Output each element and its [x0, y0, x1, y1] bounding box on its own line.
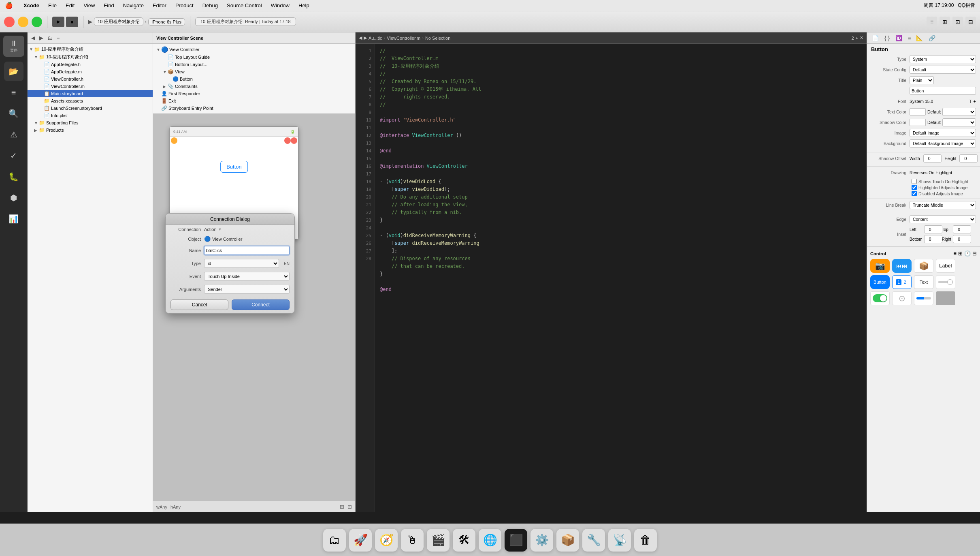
assistant-toggle[interactable]: ⊡ — [952, 17, 963, 27]
insp-connect-icon[interactable]: 🔗 — [927, 34, 937, 42]
dock-broadcast[interactable]: 📡 — [608, 529, 631, 552]
nav-breakpoints[interactable]: ⬢ — [4, 188, 23, 207]
editor-add[interactable]: + — [856, 36, 858, 41]
dock-safari[interactable]: 🧭 — [375, 529, 398, 552]
menu-window[interactable]: Window — [269, 2, 291, 9]
maximize-button[interactable] — [32, 17, 42, 27]
insp-identity-icon[interactable]: 🆔 — [894, 34, 904, 42]
menu-navigate[interactable]: Navigate — [121, 2, 145, 9]
menu-debug[interactable]: Debug — [201, 2, 219, 9]
line-break-select[interactable]: Truncate Middle — [910, 201, 976, 209]
disabled-checkbox[interactable] — [912, 191, 917, 196]
palette-grid-icon[interactable]: ⊞ — [958, 250, 963, 257]
text-color-box[interactable] — [910, 108, 926, 115]
menu-product[interactable]: Product — [174, 2, 195, 9]
dock-terminal[interactable]: ⬛ — [505, 529, 527, 552]
palette-segmented[interactable]: 1 2 — [892, 275, 912, 289]
scheme-selector[interactable]: 10-应用程序对象介绍 — [94, 17, 143, 26]
palette-clock-icon[interactable]: 🕐 — [964, 250, 971, 257]
tree-item-subfolder[interactable]: ▼ 📁 10-应用程序对象介绍 — [28, 53, 153, 61]
shadow-color-select[interactable] — [942, 118, 976, 126]
scene-item-view[interactable]: ▼ 📦 View — [153, 68, 355, 75]
palette-switch-slider[interactable] — [936, 275, 955, 289]
insp-file-icon[interactable]: 📄 — [870, 34, 880, 42]
debug-toggle[interactable]: ⊞ — [940, 17, 950, 27]
type-select[interactable]: System — [910, 55, 976, 63]
menu-edit[interactable]: Edit — [64, 2, 76, 9]
dock-media[interactable]: 🎬 — [427, 529, 450, 552]
palette-toggle[interactable] — [870, 291, 890, 305]
palette-stepper[interactable]: ⏮⏭ — [892, 259, 912, 273]
tree-item-appdelegate-h[interactable]: 📄 AppDelegate.h — [28, 61, 153, 68]
canvas-zoom[interactable]: ⊡ — [347, 504, 352, 510]
tree-item-root[interactable]: ▼ 📁 10-应用程序对象介绍 — [28, 45, 153, 53]
dock-trash[interactable]: 🗑 — [634, 529, 657, 552]
scene-item-button[interactable]: 🔵 Button — [153, 75, 355, 83]
shadow-height-input[interactable] — [959, 154, 978, 163]
scene-item-exit[interactable]: 🚪 Exit — [153, 97, 355, 105]
left-inset[interactable] — [924, 225, 942, 233]
shadow-width-input[interactable] — [923, 154, 942, 163]
scene-item-first-responder[interactable]: 👤 First Responder — [153, 90, 355, 97]
palette-gray-box[interactable] — [936, 291, 955, 305]
dock-prefs[interactable]: 🔧 — [582, 529, 605, 552]
menu-xcode[interactable]: Xcode — [22, 2, 41, 9]
dock-finder[interactable]: 🗂 — [323, 529, 346, 552]
utility-toggle[interactable]: ⊟ — [965, 17, 976, 27]
type-select[interactable]: id — [204, 259, 279, 268]
menu-find[interactable]: Find — [102, 2, 115, 9]
tree-item-supporting[interactable]: ▼ 📁 Supporting Files — [28, 119, 153, 126]
scene-item-top-layout[interactable]: 📄 Top Layout Guide — [153, 53, 355, 61]
palette-slider2[interactable] — [914, 291, 933, 305]
ft-tree[interactable]: 🗂 — [46, 34, 54, 42]
editor-forward[interactable]: ▶ — [364, 35, 367, 41]
name-input[interactable] — [204, 246, 290, 255]
nav-files[interactable]: 📂 — [4, 62, 23, 81]
menu-editor[interactable]: Editor — [151, 2, 168, 9]
stop-button[interactable]: ■ — [66, 17, 78, 27]
top-inset[interactable] — [953, 225, 971, 233]
insp-attr-icon[interactable]: ≡ — [906, 34, 912, 42]
tree-item-main-storyboard[interactable]: 📋 Main.storyboard — [28, 90, 153, 97]
menu-help[interactable]: Help — [297, 2, 311, 9]
nav-tests[interactable]: ✓ — [4, 146, 23, 165]
insp-size-icon[interactable]: 📐 — [914, 34, 925, 42]
arguments-select[interactable]: Sender — [204, 285, 290, 294]
device-selector[interactable]: iPhone 6s Plus — [148, 18, 185, 26]
state-select[interactable]: Default — [910, 66, 976, 74]
dock-app[interactable]: 📦 — [556, 529, 579, 552]
ft-list[interactable]: ≡ — [55, 34, 61, 42]
scene-item-controller[interactable]: ▼ 🔵 View Controller — [153, 45, 355, 53]
navigator-toggle[interactable]: ≡ — [927, 17, 937, 27]
palette-spinner[interactable]: ⊙ — [892, 291, 912, 305]
tree-item-products[interactable]: ▶ 📁 Products — [28, 126, 153, 134]
palette-list-icon[interactable]: ≡ — [953, 250, 957, 257]
menu-view[interactable]: View — [82, 2, 96, 9]
font-plus-icon[interactable]: + — [974, 99, 976, 104]
shadow-color-box[interactable] — [910, 119, 926, 126]
title-input[interactable] — [910, 87, 976, 95]
scene-item-bottom-layout[interactable]: 📄 Bottom Layout... — [153, 61, 355, 68]
edge-select[interactable]: Content — [910, 215, 976, 223]
close-button[interactable] — [4, 17, 15, 27]
editor-close[interactable]: ✕ — [860, 35, 863, 41]
menu-source-control[interactable]: Source Control — [225, 2, 264, 9]
tree-item-viewcontroller-m[interactable]: 📄 ViewController.m — [28, 83, 153, 90]
scene-item-entry-point[interactable]: 🔗 Storyboard Entry Point — [153, 105, 355, 112]
dock-launchpad[interactable]: 🚀 — [349, 529, 372, 552]
apple-menu[interactable]: 🍎 — [3, 1, 15, 10]
menu-file[interactable]: File — [47, 2, 58, 9]
nav-reports[interactable]: 📊 — [4, 209, 23, 229]
tree-item-launchscreen[interactable]: 📋 LaunchScreen.storyboard — [28, 105, 153, 112]
nav-issues[interactable]: ⚠ — [4, 125, 23, 144]
tree-item-viewcontroller-h[interactable]: 📄 ViewController.h — [28, 75, 153, 83]
ios-button-widget[interactable]: Button — [220, 161, 248, 173]
font-edit-icon[interactable]: T — [969, 99, 972, 104]
dock-tools[interactable]: 🛠 — [453, 529, 475, 552]
palette-camera[interactable]: 📷 — [870, 259, 890, 273]
highlighted-checkbox[interactable] — [912, 185, 917, 190]
shows-touch-checkbox[interactable] — [912, 179, 917, 184]
connect-button[interactable]: Connect — [232, 299, 290, 310]
text-color-select[interactable] — [942, 108, 976, 116]
title-type-select[interactable]: Plain — [910, 76, 934, 84]
